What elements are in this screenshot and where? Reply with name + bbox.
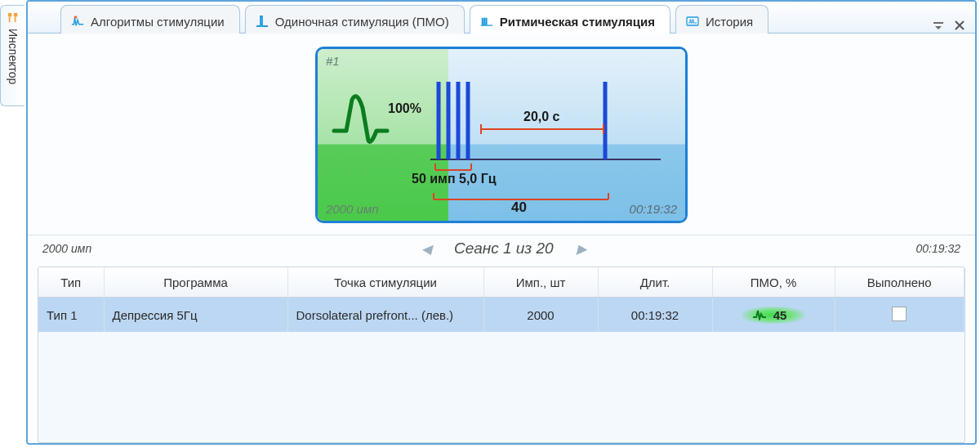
col-program[interactable]: Программа bbox=[104, 267, 287, 298]
tab-label: Одиночная стимуляция (ПМО) bbox=[275, 15, 449, 29]
tab-label: Алгоритмы стимуляции bbox=[91, 15, 225, 29]
main-panel: Алгоритмы стимуляции Одиночная стимуляци… bbox=[26, 0, 977, 445]
diagram-total-pulses: 2000 имп bbox=[326, 202, 379, 216]
diagram-trains: 40 bbox=[511, 199, 527, 216]
session-label: Сеанс 1 из 20 bbox=[454, 240, 554, 258]
inspector-label: Инспектор bbox=[7, 29, 20, 84]
inspector-icon bbox=[7, 12, 19, 24]
sessions-table: Тип Программа Точка стимуляции Имп., шт … bbox=[38, 267, 965, 443]
tab-algorithms[interactable]: Алгоритмы стимуляции bbox=[60, 5, 240, 34]
waveform-icon bbox=[71, 15, 84, 28]
session-duration: 00:19:32 bbox=[916, 242, 961, 255]
diagram-pulses-freq: 50 имп 5,0 Гц bbox=[412, 172, 497, 186]
tab-rhythmic-stim[interactable]: Ритмическая стимуляция bbox=[470, 5, 670, 34]
tab-label: История bbox=[706, 15, 753, 29]
session-prev-button[interactable]: ◀ bbox=[421, 241, 431, 257]
cell-type: Тип 1 bbox=[38, 298, 104, 333]
session-bar: 2000 имп ◀ Сеанс 1 из 20 ▶ 00:19:32 bbox=[28, 235, 975, 262]
pulse-single-icon bbox=[256, 15, 269, 28]
tab-label: Ритмическая стимуляция bbox=[500, 15, 655, 29]
inspector-tab[interactable]: Инспектор bbox=[0, 5, 24, 106]
col-type[interactable]: Тип bbox=[38, 267, 104, 298]
svg-point-4 bbox=[74, 16, 78, 19]
col-duration[interactable]: Длит. bbox=[598, 267, 712, 298]
done-checkbox[interactable] bbox=[892, 307, 906, 321]
diagram-interval: 20,0 с bbox=[523, 110, 559, 124]
tab-history[interactable]: История bbox=[675, 5, 768, 34]
pulse-train-icon bbox=[480, 15, 493, 28]
svg-rect-6 bbox=[933, 22, 943, 24]
svg-rect-0 bbox=[7, 13, 11, 16]
pulse-icon bbox=[752, 309, 767, 320]
cell-pmo: 45 bbox=[712, 298, 835, 333]
diagram-total-time: 00:19:32 bbox=[630, 202, 677, 216]
diagram-id-label: #1 bbox=[326, 54, 340, 68]
cell-duration: 00:19:32 bbox=[598, 298, 712, 333]
diagram-amplitude: 100% bbox=[388, 101, 421, 116]
diagram-zone: #1 100% 20,0 с 50 имп 5,0 Гц 2000 имп 40… bbox=[28, 34, 975, 235]
session-next-button[interactable]: ▶ bbox=[577, 241, 586, 257]
svg-rect-1 bbox=[13, 13, 16, 16]
stimulation-diagram: #1 100% 20,0 с 50 имп 5,0 Гц 2000 имп 40… bbox=[315, 47, 688, 223]
col-point[interactable]: Точка стимуляции bbox=[287, 267, 483, 298]
close-icon[interactable] bbox=[952, 18, 967, 33]
cell-done bbox=[835, 298, 964, 333]
pmo-value: 45 bbox=[773, 308, 787, 322]
col-done[interactable]: Выполнено bbox=[835, 267, 964, 298]
history-icon bbox=[686, 15, 699, 28]
col-pulses[interactable]: Имп., шт bbox=[483, 267, 598, 298]
table-header-row: Тип Программа Точка стимуляции Имп., шт … bbox=[38, 267, 964, 298]
col-pmo[interactable]: ПМО, % bbox=[712, 267, 835, 298]
cell-point: Dorsolateral prefront... (лев.) bbox=[287, 298, 483, 333]
menu-dropdown-icon[interactable] bbox=[931, 18, 946, 33]
session-total-pulses: 2000 имп bbox=[42, 242, 91, 255]
tab-bar: Алгоритмы стимуляции Одиночная стимуляци… bbox=[28, 2, 975, 34]
tab-single-stim[interactable]: Одиночная стимуляция (ПМО) bbox=[245, 5, 465, 34]
cell-program: Депрессия 5Гц bbox=[104, 298, 287, 333]
cell-pulses: 2000 bbox=[483, 298, 598, 333]
pmo-chip: 45 bbox=[742, 307, 805, 324]
table-row[interactable]: Тип 1 Депрессия 5Гц Dorsolateral prefron… bbox=[38, 298, 964, 333]
